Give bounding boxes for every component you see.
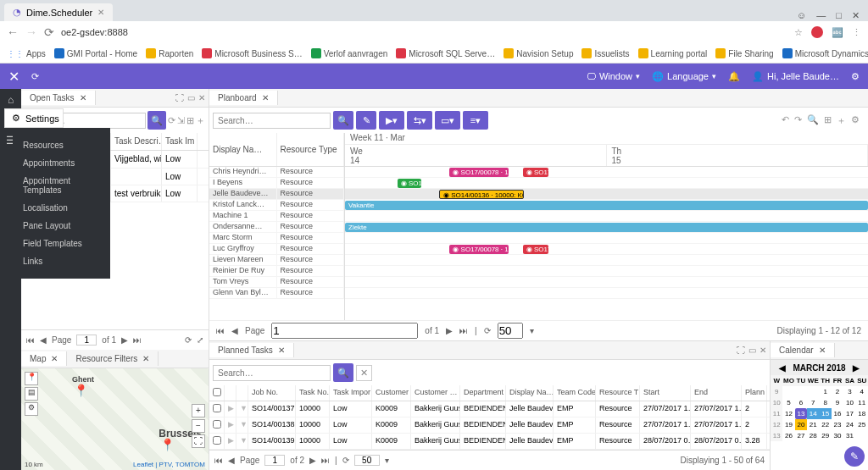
settings-item-links[interactable]: Links: [13, 252, 110, 270]
timeline-lane[interactable]: [345, 266, 868, 277]
calendar-day[interactable]: 2: [832, 386, 843, 397]
calendar-day[interactable]: [807, 386, 819, 397]
settings-item-localisation[interactable]: Localisation: [13, 199, 110, 217]
pt-search-input[interactable]: [213, 365, 331, 381]
resource-row[interactable]: Tom VreysResource: [209, 277, 344, 288]
next-icon[interactable]: ▶: [309, 456, 316, 465]
absence-bar[interactable]: Vakantie: [345, 201, 868, 210]
calendar-day[interactable]: 5: [782, 397, 794, 408]
language-menu[interactable]: 🌐 Language ▾: [652, 71, 716, 82]
resource-row[interactable]: Marc StormResource: [209, 233, 344, 244]
task-bar[interactable]: ◉ SO17: [523, 245, 548, 254]
prev-icon[interactable]: ◀: [40, 335, 47, 345]
resource-row[interactable]: I BeyensResource: [209, 178, 344, 189]
redo-icon[interactable]: ↷: [794, 114, 802, 127]
zoom-in-icon[interactable]: +: [192, 404, 205, 417]
resource-row[interactable]: Machine 1Resource: [209, 211, 344, 222]
reload-icon[interactable]: ⟳: [44, 25, 54, 39]
bookmark-item[interactable]: Verlof aanvragen: [311, 48, 388, 58]
gear-icon[interactable]: ⚙: [851, 114, 860, 127]
menu-icon[interactable]: ⋮: [852, 27, 861, 38]
timeline-lane[interactable]: [345, 211, 868, 222]
last-icon[interactable]: ⏭: [133, 335, 142, 345]
forward-icon[interactable]: →: [25, 25, 37, 39]
calendar-day[interactable]: 30: [832, 430, 843, 441]
first-icon[interactable]: ⏮: [26, 335, 35, 345]
calendar-day[interactable]: 13: [795, 408, 807, 419]
calendar-day[interactable]: 26: [782, 430, 794, 441]
undo-icon[interactable]: ↶: [782, 114, 789, 127]
timeline-lane[interactable]: ◉ SO14/00136 · 10000: K0006: [345, 189, 868, 200]
layout-button[interactable]: ▭▾: [435, 111, 460, 130]
tab-close-icon[interactable]: ✕: [80, 93, 86, 102]
calendar-day[interactable]: 9: [832, 397, 843, 408]
calendar-day[interactable]: 31: [843, 430, 855, 441]
layers-tool-icon[interactable]: ▤: [25, 387, 38, 401]
clear-icon[interactable]: ✕: [356, 365, 372, 381]
col-resource-type[interactable]: Resource Type: [277, 133, 345, 166]
export-icon[interactable]: ⊞: [824, 114, 832, 127]
bookmark-item[interactable]: Issuelists: [581, 48, 629, 58]
timeline-lane[interactable]: ◉ SO17/00078 · 1000◉ SO17: [345, 244, 868, 255]
first-icon[interactable]: ⏮: [214, 456, 223, 465]
page-input[interactable]: [264, 455, 285, 466]
config-tool-icon[interactable]: ⚙: [25, 402, 38, 416]
ext-icon-2[interactable]: 🔤: [832, 27, 843, 38]
minimize-icon[interactable]: —: [816, 10, 826, 21]
prev-icon[interactable]: ◀: [231, 326, 238, 335]
tab-close-icon[interactable]: ✕: [97, 8, 104, 17]
timeline-lane[interactable]: [345, 233, 868, 244]
add-icon[interactable]: ＋: [196, 114, 205, 127]
minimize-icon[interactable]: ▭: [187, 93, 195, 102]
bookmark-item[interactable]: Microsoft SQL Serve…: [396, 48, 495, 58]
calendar-day[interactable]: 1: [820, 386, 832, 397]
bookmark-item[interactable]: Microsoft Business S…: [202, 48, 302, 58]
calendar-day[interactable]: 6: [795, 397, 807, 408]
prev-icon[interactable]: ◀: [228, 456, 235, 465]
resource-row[interactable]: Luc GryffroyResource: [209, 244, 344, 255]
timeline-lane[interactable]: Vakantie: [345, 200, 868, 211]
calendar-day[interactable]: 7: [807, 397, 819, 408]
timeline-lane[interactable]: ◉ SO1: [345, 178, 868, 189]
url-input[interactable]: [61, 27, 231, 37]
planned-row[interactable]: ▶▼SO14/0013910000LowK0009Bakkerij GuusBE…: [209, 434, 770, 450]
pt-search-button[interactable]: 🔍: [333, 363, 353, 382]
zoom-out-icon[interactable]: −: [192, 419, 205, 433]
settings-item-pane-layout[interactable]: Pane Layout: [13, 217, 110, 235]
window-menu[interactable]: 🖵 Window ▾: [587, 71, 640, 81]
home-icon[interactable]: ⌂: [8, 94, 14, 106]
align-button[interactable]: ≡▾: [463, 111, 488, 130]
calendar-day[interactable]: 27: [795, 430, 807, 441]
task-bar[interactable]: ◉ SO17: [523, 168, 548, 177]
edit-button[interactable]: ✎: [356, 111, 376, 130]
resource-row[interactable]: Kristof Lanck…Resource: [209, 200, 344, 211]
refresh-icon[interactable]: ⟳: [185, 335, 192, 345]
bookmark-apps[interactable]: ⋮⋮Apps: [7, 49, 46, 58]
calendar-day[interactable]: 25: [856, 419, 868, 430]
calendar-day[interactable]: 29: [820, 430, 832, 441]
calendar-day[interactable]: 3: [843, 386, 855, 397]
first-icon[interactable]: ⏮: [216, 326, 225, 335]
link-button[interactable]: ⇆▾: [407, 111, 432, 130]
planned-row[interactable]: ▶▼SO14/0013810000LowK0009Bakkerij GuusBE…: [209, 417, 770, 434]
calendar-day[interactable]: [795, 386, 807, 397]
search-icon[interactable]: 🔍: [807, 114, 819, 127]
bookmark-item[interactable]: Microsoft Dynamics…: [782, 48, 868, 58]
pin-tool-icon[interactable]: 📍: [25, 372, 38, 385]
close-icon[interactable]: ✕: [198, 93, 205, 102]
settings-icon[interactable]: ⊞: [186, 115, 194, 126]
pagesize-input[interactable]: [354, 455, 380, 466]
expand-icon[interactable]: ⤢: [197, 335, 203, 345]
calendar-day[interactable]: 17: [843, 408, 855, 419]
settings-button[interactable]: ⚙ Settings: [4, 108, 64, 128]
task-bar[interactable]: ◉ SO1: [398, 179, 421, 188]
user-menu[interactable]: 👤 Hi, Jelle Baude…: [752, 71, 839, 82]
calendar-day[interactable]: 28: [807, 430, 819, 441]
app-close-icon[interactable]: ✕: [8, 69, 19, 85]
fullscreen-icon[interactable]: ⛶: [192, 434, 205, 448]
calendar-day[interactable]: 8: [820, 397, 832, 408]
last-icon[interactable]: ⏭: [321, 456, 330, 465]
pb-search-button[interactable]: 🔍: [333, 111, 353, 130]
quick-action-button[interactable]: ✎: [844, 446, 865, 467]
timeline-lane[interactable]: [345, 255, 868, 266]
